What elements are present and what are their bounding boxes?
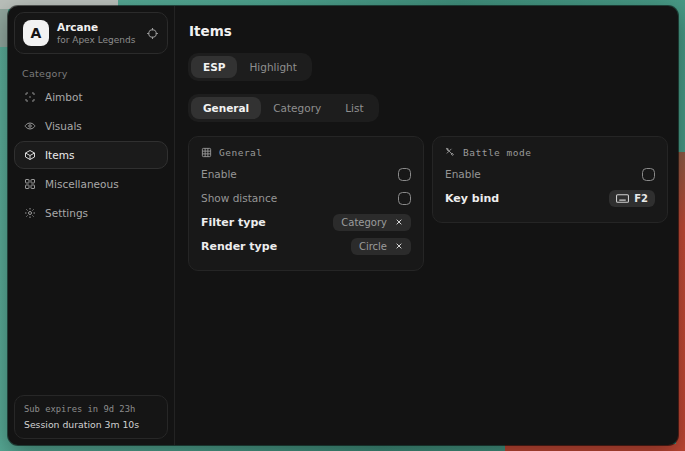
tab-esp[interactable]: ESP <box>191 56 237 78</box>
setting-label: Render type <box>201 240 277 253</box>
target-icon[interactable] <box>146 27 159 40</box>
clear-icon[interactable] <box>395 242 403 250</box>
setting-label: Enable <box>201 168 237 180</box>
gear-icon <box>24 207 36 219</box>
enable-checkbox[interactable] <box>398 168 411 181</box>
grid-dots-icon <box>201 147 212 158</box>
sidebar-item-miscellaneous[interactable]: Miscellaneous <box>14 170 168 198</box>
mode-tabbar: ESPHighlight <box>188 53 312 81</box>
background-red-bottom <box>505 444 685 451</box>
page-title: Items <box>189 23 668 39</box>
app-name: Arcane <box>57 21 138 33</box>
show-distance-checkbox[interactable] <box>398 192 411 205</box>
tab-highlight[interactable]: Highlight <box>237 56 308 78</box>
grid-icon <box>24 178 36 190</box>
panel-header: Battle mode <box>445 147 655 158</box>
eye-icon <box>24 120 36 132</box>
sidebar-item-settings[interactable]: Settings <box>14 199 168 227</box>
setting-row-show-distance: Show distance <box>201 186 411 210</box>
app-logo: A <box>23 20 49 46</box>
setting-row-enable: Enable <box>201 162 411 186</box>
keyboard-icon <box>616 194 629 203</box>
panel-general: GeneralEnableShow distanceFilter typeCat… <box>188 136 424 271</box>
panel-title: Battle mode <box>463 147 531 158</box>
sidebar-item-label: Miscellaneous <box>45 178 119 190</box>
panel-battle-mode: Battle modeEnableKey bindF2 <box>432 136 668 223</box>
sidebar-item-visuals[interactable]: Visuals <box>14 112 168 140</box>
clear-icon[interactable] <box>395 218 403 226</box>
swords-icon <box>445 147 456 158</box>
setting-label: Show distance <box>201 192 277 204</box>
sidebar-item-label: Items <box>45 149 74 161</box>
sidebar-item-items[interactable]: Items <box>14 141 168 169</box>
sidebar-item-label: Visuals <box>45 120 82 132</box>
sidebar-item-label: Aimbot <box>45 91 83 103</box>
sidebar: A Arcane for Apex Legends Category Aimbo… <box>8 6 175 445</box>
subtab-list[interactable]: List <box>333 97 375 119</box>
sidebar-item-aimbot[interactable]: Aimbot <box>14 83 168 111</box>
subtab-general[interactable]: General <box>191 97 261 119</box>
app-title-block: Arcane for Apex Legends <box>57 21 138 45</box>
selected-value: Circle <box>359 241 387 252</box>
subscription-card: Sub expires in 9d 23h Session duration 3… <box>14 395 168 439</box>
setting-label: Filter type <box>201 216 266 229</box>
panel-title: General <box>219 147 263 158</box>
app-subtitle: for Apex Legends <box>57 35 138 45</box>
sub-tabbar: GeneralCategoryList <box>188 94 379 122</box>
setting-row-render-type: Render typeCircle <box>201 234 411 258</box>
keybind-value: F2 <box>634 193 648 204</box>
setting-row-key-bind: Key bindF2 <box>445 186 655 210</box>
panel-header: General <box>201 147 411 158</box>
background-gray-edge <box>0 9 8 47</box>
category-section-label: Category <box>22 68 168 79</box>
app-header-card: A Arcane for Apex Legends <box>14 12 168 54</box>
session-duration-text: Session duration 3m 10s <box>24 419 158 430</box>
setting-label: Enable <box>445 168 481 180</box>
key-bind-button[interactable]: F2 <box>609 190 655 207</box>
box-icon <box>24 149 36 161</box>
sidebar-item-label: Settings <box>45 207 88 219</box>
subtab-category[interactable]: Category <box>261 97 333 119</box>
overlay-window: A Arcane for Apex Legends Category Aimbo… <box>8 6 678 445</box>
filter-type-select[interactable]: Category <box>333 214 411 231</box>
selected-value: Category <box>341 217 387 228</box>
render-type-select[interactable]: Circle <box>351 238 411 255</box>
setting-row-filter-type: Filter typeCategory <box>201 210 411 234</box>
settings-panels: GeneralEnableShow distanceFilter typeCat… <box>188 136 668 271</box>
setting-row-enable: Enable <box>445 162 655 186</box>
main-content: Items ESPHighlight GeneralCategoryList G… <box>175 6 678 445</box>
enable-checkbox[interactable] <box>642 168 655 181</box>
sub-expiry-text: Sub expires in 9d 23h <box>24 404 158 414</box>
sidebar-nav: AimbotVisualsItemsMiscellaneousSettings <box>14 83 168 227</box>
setting-label: Key bind <box>445 192 499 205</box>
crosshair-icon <box>24 91 36 103</box>
